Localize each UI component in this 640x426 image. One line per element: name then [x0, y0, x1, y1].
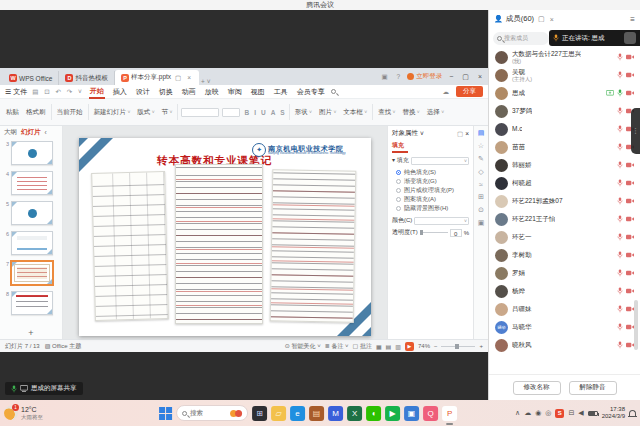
- member-row[interactable]: 环艺221王子怡: [489, 210, 640, 228]
- app-m-app[interactable]: M: [328, 406, 343, 421]
- member-row[interactable]: 吴砚 (主持人): [489, 66, 640, 84]
- menu-file[interactable]: ☰ 文件: [5, 87, 27, 97]
- camera-icon[interactable]: [626, 288, 634, 294]
- slide-thumbnail-3[interactable]: [11, 141, 53, 165]
- app-task-view[interactable]: ⊞: [252, 406, 267, 421]
- fill-option[interactable]: 渐变填充(G): [396, 177, 469, 186]
- member-row[interactable]: 吕疆妹: [489, 300, 640, 318]
- sogou-input[interactable]: S: [555, 409, 564, 418]
- fill-option[interactable]: 纯色填充(S): [396, 168, 469, 177]
- share-document-button[interactable]: 分享: [456, 86, 483, 97]
- fill-option[interactable]: 图案填充(A): [396, 195, 469, 204]
- side-tool-icon-6[interactable]: ⊙: [478, 206, 484, 214]
- mic-icon[interactable]: [617, 323, 623, 331]
- layout-split-icon[interactable]: ▣: [379, 73, 389, 81]
- mic-icon[interactable]: [617, 125, 623, 133]
- unmute-button[interactable]: 解除静音: [569, 381, 617, 395]
- slide-thumbnail-7[interactable]: [11, 261, 53, 285]
- transparency-value[interactable]: 0: [450, 229, 462, 237]
- notes-photo-center[interactable]: [175, 164, 263, 324]
- fill-tab[interactable]: 填充: [392, 141, 408, 153]
- minimize-button[interactable]: −: [447, 73, 455, 80]
- menu-开始[interactable]: 开始: [89, 85, 105, 99]
- camera-icon[interactable]: [626, 90, 634, 96]
- chevron-down-icon[interactable]: ˅: [420, 130, 424, 137]
- side-tool-icon-3[interactable]: ◇: [478, 168, 483, 176]
- notification-bell-icon[interactable]: [629, 410, 636, 416]
- tool-粘贴[interactable]: 粘贴: [4, 107, 21, 118]
- tab-wps-office[interactable]: W WPS Office: [3, 71, 59, 85]
- close-button[interactable]: ×: [476, 73, 484, 80]
- maximize-button[interactable]: ▢: [460, 73, 471, 81]
- tool-图片[interactable]: 图片 ˅: [317, 107, 338, 118]
- mic-icon[interactable]: [617, 179, 623, 187]
- slide-thumbnail-8[interactable]: [11, 291, 53, 315]
- app-excel[interactable]: X: [347, 406, 362, 421]
- view-sorter-icon[interactable]: ▤: [386, 343, 392, 350]
- mic-icon[interactable]: [617, 269, 623, 277]
- member-row[interactable]: 晓华 马晓华: [489, 318, 640, 336]
- mic-icon[interactable]: [617, 341, 623, 349]
- side-tool-icon-4[interactable]: ≈: [479, 181, 483, 188]
- close-panel-icon[interactable]: ×: [465, 130, 469, 137]
- menu-审阅[interactable]: 审阅: [227, 86, 243, 98]
- member-row[interactable]: 柯晓超: [489, 174, 640, 192]
- member-row[interactable]: 罗娟: [489, 264, 640, 282]
- member-list-scrollbar[interactable]: [634, 300, 638, 350]
- tool-替换[interactable]: 替换 ˅: [400, 107, 421, 118]
- mic-icon[interactable]: [617, 197, 623, 205]
- zoom-level[interactable]: 74%: [418, 343, 430, 349]
- mic-tray-icon[interactable]: ◉: [535, 409, 541, 417]
- mic-icon[interactable]: [617, 89, 623, 97]
- slide-editing-canvas[interactable]: 转本高数和专业课笔记 ✦ 南京机电职业技术学院 Nanjing Vocation…: [63, 126, 387, 339]
- tool-B[interactable]: B: [243, 108, 250, 117]
- comments-button[interactable]: ▢ 批注: [353, 342, 372, 351]
- tool-U[interactable]: U: [260, 108, 267, 117]
- start-button[interactable]: [159, 407, 172, 420]
- font-select[interactable]: [222, 108, 240, 117]
- tool-版式[interactable]: 版式 ˅: [135, 107, 156, 118]
- side-tool-icon-5[interactable]: ⊞: [478, 193, 484, 201]
- menu-动画[interactable]: 动画: [181, 86, 197, 98]
- app-photos-app[interactable]: ▣: [404, 406, 419, 421]
- app-store-app[interactable]: ▤: [309, 406, 324, 421]
- mic-icon[interactable]: [617, 161, 623, 169]
- menu-放映[interactable]: 放映: [204, 86, 220, 98]
- search-icon[interactable]: [331, 89, 336, 94]
- member-search-input[interactable]: 搜索成员: [493, 32, 549, 45]
- tool-查找[interactable]: 查找 ˅: [376, 107, 397, 118]
- mic-icon[interactable]: [617, 251, 623, 259]
- transparency-slider[interactable]: [420, 232, 448, 233]
- camera-icon[interactable]: [626, 54, 634, 60]
- mic-icon[interactable]: [617, 107, 623, 115]
- fill-option[interactable]: 隐藏背景图形(H): [396, 204, 469, 213]
- member-row[interactable]: 苗苗: [489, 138, 640, 156]
- slide-canvas[interactable]: 转本高数和专业课笔记 ✦ 南京机电职业技术学院 Nanjing Vocation…: [79, 138, 371, 336]
- headset-icon[interactable]: ◎: [545, 409, 551, 417]
- theme-name[interactable]: ▨ Office 主题: [45, 342, 82, 351]
- side-tool-icon-0[interactable]: ▤: [478, 129, 485, 137]
- pin-icon[interactable]: ▢: [457, 130, 463, 138]
- more-menu-icon[interactable]: ≡: [630, 15, 635, 24]
- side-tool-icon-2[interactable]: ✎: [478, 155, 484, 163]
- quick-access-icons[interactable]: ▤ ⊡ ↶ ↷ ˅: [32, 88, 84, 96]
- mic-icon[interactable]: [617, 143, 623, 151]
- app-wps-ppt[interactable]: P: [442, 406, 457, 421]
- view-read-icon[interactable]: ▥: [395, 343, 401, 350]
- cast-icon[interactable]: ⊟: [568, 409, 574, 417]
- member-row[interactable]: 大数据与会计227王思兴 (我): [489, 48, 640, 66]
- mic-icon[interactable]: [617, 215, 623, 223]
- tab-outline[interactable]: 大纲: [4, 128, 17, 137]
- menu-插入[interactable]: 插入: [112, 86, 128, 98]
- font-select[interactable]: [181, 108, 219, 117]
- onedrive-icon[interactable]: ☁: [524, 409, 531, 417]
- zoom-slider[interactable]: [441, 346, 475, 347]
- fill-style-select[interactable]: [411, 157, 469, 165]
- beautify-button[interactable]: ⊙ 智能美化 ˅: [285, 342, 321, 351]
- menu-会员专享[interactable]: 会员专享: [296, 86, 326, 98]
- app-wechat[interactable]: ◖: [366, 406, 381, 421]
- tab-slides[interactable]: 幻灯片: [21, 128, 41, 137]
- volume-icon[interactable]: ◀: [578, 409, 583, 417]
- camera-icon[interactable]: [626, 72, 634, 78]
- weather-widget[interactable]: 1 12°C 大雨将至: [0, 406, 43, 420]
